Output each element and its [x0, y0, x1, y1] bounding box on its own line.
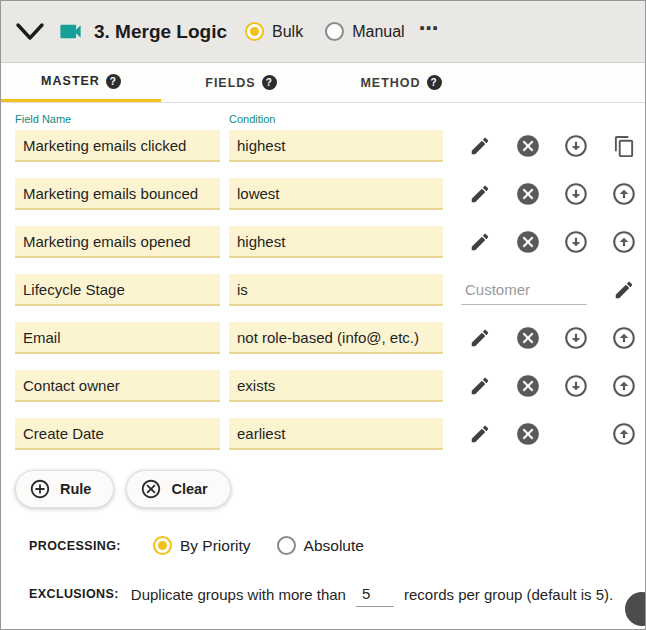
edit-icon[interactable]: [467, 421, 493, 447]
condition-input[interactable]: highest: [229, 130, 443, 162]
radio-manual-label: Manual: [352, 23, 404, 41]
tab-master[interactable]: MASTER ?: [1, 63, 161, 102]
field-value: Lifecycle Stage: [23, 281, 125, 298]
move-down-icon[interactable]: [563, 133, 589, 159]
row-actions: [467, 325, 637, 351]
radio-by-priority[interactable]: [153, 536, 172, 555]
field-value: Marketing emails clicked: [23, 137, 186, 154]
field-input[interactable]: Marketing emails bounced: [15, 178, 220, 210]
help-icon[interactable]: ?: [262, 75, 277, 90]
radio-manual[interactable]: [325, 22, 344, 41]
row-actions: [467, 373, 637, 399]
lifecycle-value-input[interactable]: Customer: [461, 275, 587, 305]
mode-radio-group: Bulk Manual: [245, 22, 405, 41]
field-input[interactable]: Marketing emails opened: [15, 226, 220, 258]
exclusions-count-input[interactable]: 5: [356, 581, 394, 607]
condition-value: not role-based (info@, etc.): [237, 329, 419, 346]
row-actions: [467, 181, 637, 207]
help-icon[interactable]: ?: [106, 74, 121, 89]
move-up-icon[interactable]: [611, 325, 637, 351]
remove-icon[interactable]: [515, 181, 541, 207]
edit-icon[interactable]: [467, 325, 493, 351]
row-actions: [467, 133, 637, 159]
condition-input[interactable]: earliest: [229, 418, 443, 450]
move-up-icon[interactable]: [611, 421, 637, 447]
rule-row: Create Date earliest: [1, 418, 645, 450]
overflow-menu-icon[interactable]: ⋯: [419, 23, 440, 41]
rule-row: Email not role-based (info@, etc.): [1, 322, 645, 354]
row-actions: [467, 229, 637, 255]
exclusions-label: EXCLUSIONS:: [29, 587, 119, 601]
tab-fields[interactable]: FIELDS ?: [161, 63, 321, 102]
button-row: Rule Clear: [15, 470, 645, 508]
add-rule-label: Rule: [60, 481, 91, 497]
field-input[interactable]: Create Date: [15, 418, 220, 450]
move-up-icon[interactable]: [611, 229, 637, 255]
condition-value: highest: [237, 233, 285, 250]
help-icon[interactable]: ?: [427, 75, 442, 90]
field-input[interactable]: Marketing emails clicked: [15, 130, 220, 162]
field-input[interactable]: Contact owner: [15, 370, 220, 402]
move-down-icon[interactable]: [563, 181, 589, 207]
processing-option-absolute[interactable]: Absolute: [277, 536, 364, 555]
field-value: Email: [23, 329, 61, 346]
exclusions-text-before: Duplicate groups with more than: [131, 586, 346, 603]
condition-input[interactable]: lowest: [229, 178, 443, 210]
field-value: Marketing emails opened: [23, 233, 191, 250]
field-value: Marketing emails bounced: [23, 185, 198, 202]
rule-row: Lifecycle Stage is Customer: [1, 274, 645, 306]
field-input[interactable]: Email: [15, 322, 220, 354]
field-value: Contact owner: [23, 377, 120, 394]
absolute-label: Absolute: [304, 537, 364, 555]
radio-bulk[interactable]: [245, 22, 264, 41]
duplicate-icon[interactable]: [611, 133, 637, 159]
remove-icon[interactable]: [515, 229, 541, 255]
remove-icon[interactable]: [515, 421, 541, 447]
empty-action-slot: [563, 421, 589, 447]
mode-option-bulk[interactable]: Bulk: [245, 22, 303, 41]
radio-absolute[interactable]: [277, 536, 296, 555]
videocam-icon: [57, 18, 84, 45]
rule-row: Marketing emails clicked highest: [1, 130, 645, 162]
move-up-icon[interactable]: [611, 181, 637, 207]
condition-value: is: [237, 281, 248, 298]
collapse-chevron-icon[interactable]: [15, 19, 49, 45]
tab-method-label: METHOD: [360, 76, 420, 90]
condition-value: lowest: [237, 185, 280, 202]
merge-logic-panel: 3. Merge Logic Bulk Manual ⋯ MASTER ? FI…: [0, 0, 646, 630]
lifecycle-value: Customer: [465, 281, 530, 298]
move-down-icon[interactable]: [563, 229, 589, 255]
edit-icon[interactable]: [467, 181, 493, 207]
edge-handle-button[interactable]: [625, 592, 646, 626]
add-icon: [29, 478, 51, 500]
field-input[interactable]: Lifecycle Stage: [15, 274, 220, 306]
edit-icon[interactable]: [467, 229, 493, 255]
tab-method[interactable]: METHOD ?: [321, 63, 481, 102]
processing-option-by-priority[interactable]: By Priority: [153, 536, 251, 555]
remove-icon[interactable]: [515, 325, 541, 351]
field-name-column-header: Field Name: [15, 113, 229, 125]
edit-icon[interactable]: [467, 373, 493, 399]
column-headers: Field Name Condition: [1, 113, 645, 125]
condition-input[interactable]: highest: [229, 226, 443, 258]
panel-header: 3. Merge Logic Bulk Manual ⋯: [1, 1, 645, 63]
condition-input[interactable]: is: [229, 274, 443, 306]
move-down-icon[interactable]: [563, 373, 589, 399]
move-up-icon[interactable]: [611, 373, 637, 399]
add-rule-button[interactable]: Rule: [15, 470, 114, 508]
exclusions-text-after: records per group (default is 5).: [404, 586, 613, 603]
condition-input[interactable]: exists: [229, 370, 443, 402]
clear-button[interactable]: Clear: [126, 470, 230, 508]
rules-table: Field Name Condition Marketing emails cl…: [1, 103, 645, 607]
field-value: Create Date: [23, 425, 104, 442]
edit-icon[interactable]: [611, 277, 637, 303]
rule-row: Marketing emails opened highest: [1, 226, 645, 258]
move-down-icon[interactable]: [563, 325, 589, 351]
mode-option-manual[interactable]: Manual: [325, 22, 404, 41]
remove-icon[interactable]: [515, 373, 541, 399]
edit-icon[interactable]: [467, 133, 493, 159]
processing-label: PROCESSING:: [29, 539, 121, 553]
radio-bulk-label: Bulk: [272, 23, 303, 41]
remove-icon[interactable]: [515, 133, 541, 159]
condition-input[interactable]: not role-based (info@, etc.): [229, 322, 443, 354]
